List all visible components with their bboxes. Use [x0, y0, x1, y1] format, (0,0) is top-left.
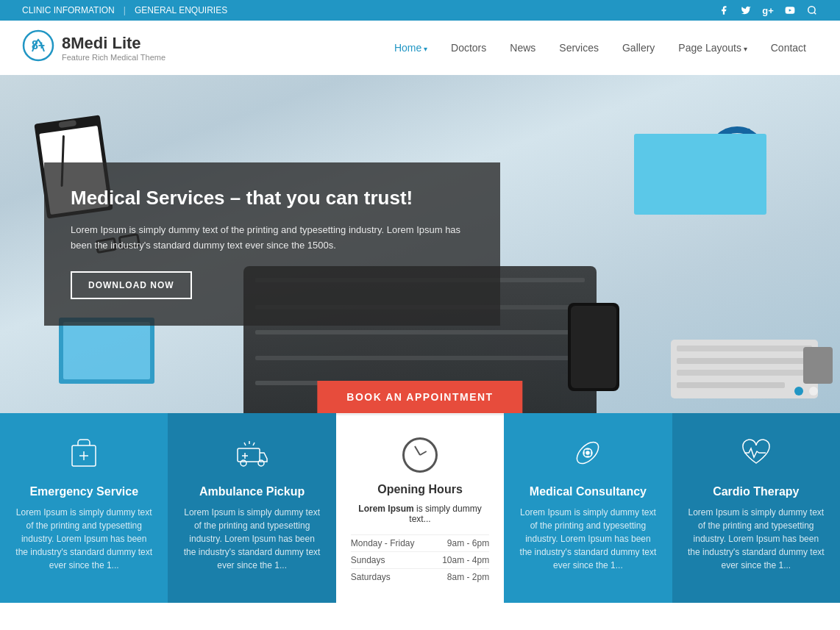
hours-row-weekday: Monday - Friday 9am - 6pm — [351, 534, 489, 551]
top-bar-social: g+ — [718, 4, 818, 16]
service-cardio: Cardio Therapy Lorem Ipsum is simply dum… — [672, 413, 840, 603]
separator: | — [124, 5, 126, 15]
clock-icon — [402, 437, 438, 473]
facebook-icon[interactable] — [718, 4, 730, 16]
ambulance-desc: Lorem Ipsum is simply dummy text of the … — [182, 506, 321, 572]
svg-line-2 — [814, 12, 816, 15]
hours-day-2: Sundays — [351, 555, 385, 565]
hours-rest-text: is simply dummy text... — [409, 504, 481, 524]
cardio-desc: Lorem Ipsum is simply dummy text of the … — [687, 506, 825, 572]
googleplus-icon[interactable]: g+ — [762, 4, 774, 16]
book-area: BOOK AN APPOINTMENT — [409, 393, 431, 413]
folder-stack — [634, 97, 781, 215]
top-bar: CLINIC INFORMATION | GENERAL ENQUIRIES g… — [0, 0, 840, 21]
hours-row-saturday: Saturdays 8am - 2pm — [351, 568, 489, 585]
hero-section: Medical Services – that you can trust! L… — [0, 75, 840, 413]
nav-news[interactable]: News — [498, 36, 547, 60]
emergency-title: Emergency Service — [29, 485, 138, 498]
clinic-info-link[interactable]: CLINIC INFORMATION — [22, 5, 115, 15]
nav-contact[interactable]: Contact — [759, 36, 818, 60]
slider-dot-2[interactable] — [809, 387, 818, 395]
service-hours: Opening Hours Lorem Ipsum is simply dumm… — [336, 413, 504, 603]
hours-table: Monday - Friday 9am - 6pm Sundays 10am -… — [351, 534, 489, 585]
cardio-icon — [738, 435, 774, 475]
hours-title: Opening Hours — [377, 483, 463, 496]
consultancy-title: Medical Consultancy — [530, 485, 647, 498]
hero-description: Lorem Ipsum is simply dummy text of the … — [71, 223, 474, 254]
svg-line-14 — [253, 443, 255, 445]
ambulance-icon — [235, 435, 270, 475]
twitter-icon[interactable] — [740, 4, 752, 16]
hours-time-1: 9am - 6pm — [447, 538, 489, 548]
nav-page-layouts[interactable]: Page Layouts — [666, 36, 758, 60]
nav-home[interactable]: Home — [382, 36, 439, 60]
service-emergency: Emergency Service Lorem Ipsum is simply … — [0, 413, 168, 603]
service-ambulance: Ambulance Pickup Lorem Ipsum is simply d… — [168, 413, 335, 603]
slider-dots — [794, 387, 818, 395]
header: 8+ 8Medi Lite Feature Rich Medical Theme… — [0, 21, 840, 75]
nav-services[interactable]: Services — [547, 36, 611, 60]
hours-intro: Lorem Ipsum is simply dummy text... — [351, 504, 489, 524]
youtube-icon[interactable] — [784, 4, 796, 16]
hours-time-3: 8am - 2pm — [447, 572, 489, 582]
logo-text: 8Medi Lite Feature Rich Medical Theme — [62, 34, 165, 62]
notepad — [59, 318, 154, 384]
svg-point-9 — [241, 460, 246, 466]
logo[interactable]: 8+ 8Medi Lite Feature Rich Medical Theme — [22, 29, 165, 66]
ambulance-title: Ambulance Pickup — [199, 485, 305, 498]
consultancy-desc: Lorem Ipsum is simply dummy text of the … — [519, 506, 657, 572]
emergency-icon — [66, 435, 102, 475]
hours-day-1: Monday - Friday — [351, 538, 415, 548]
hours-bold-text: Lorem Ipsum — [358, 504, 413, 514]
nav-gallery[interactable]: Gallery — [611, 36, 666, 60]
svg-rect-8 — [238, 448, 260, 462]
download-button[interactable]: DOWNLOAD NOW — [71, 271, 192, 299]
svg-point-10 — [258, 460, 264, 466]
search-icon[interactable] — [806, 4, 818, 16]
svg-point-1 — [808, 7, 815, 13]
hours-time-2: 10am - 4pm — [442, 555, 489, 565]
pencil-holder — [803, 347, 833, 384]
nav-doctors[interactable]: Doctors — [439, 36, 498, 60]
smartphone — [568, 303, 619, 391]
keyboard-keys-right — [677, 346, 812, 393]
logo-title: 8Medi Lite — [62, 34, 165, 53]
logo-icon: 8+ — [22, 29, 54, 66]
logo-subtitle: Feature Rich Medical Theme — [62, 53, 165, 62]
emergency-desc: Lorem Ipsum is simply dummy text of the … — [15, 506, 153, 572]
general-enquiries-link[interactable]: GENERAL ENQUIRIES — [135, 5, 227, 15]
top-bar-info: CLINIC INFORMATION | GENERAL ENQUIRIES — [22, 5, 227, 15]
main-nav: Home Doctors News Services Gallery Page … — [382, 36, 818, 60]
service-consultancy: Medical Consultancy Lorem Ipsum is simpl… — [504, 413, 672, 603]
cardio-title: Cardio Therapy — [713, 485, 799, 498]
svg-point-18 — [586, 451, 589, 454]
svg-line-15 — [244, 443, 246, 445]
slider-dot-1[interactable] — [794, 387, 803, 395]
services-section: Emergency Service Lorem Ipsum is simply … — [0, 413, 840, 603]
hours-day-3: Saturdays — [351, 572, 391, 582]
book-appointment-button[interactable]: BOOK AN APPOINTMENT — [317, 381, 522, 413]
hero-content-overlay: Medical Services – that you can trust! L… — [44, 162, 500, 325]
consultancy-icon — [570, 435, 605, 475]
hours-row-sunday: Sundays 10am - 4pm — [351, 551, 489, 568]
hero-title: Medical Services – that you can trust! — [71, 186, 474, 211]
